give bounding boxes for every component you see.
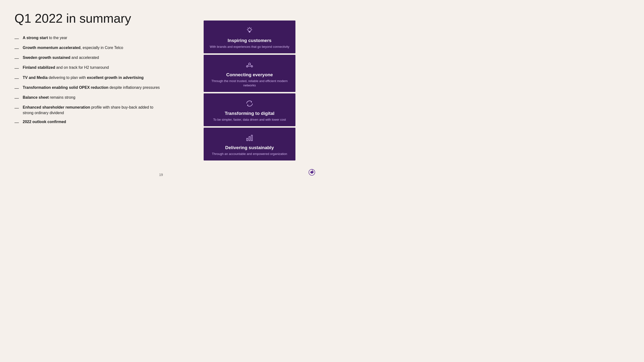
right-panel: Inspiring customers With brands and expe… — [177, 0, 322, 181]
svg-line-11 — [248, 65, 249, 66]
bullet-text: A strong start to the year — [23, 35, 67, 40]
bullet-dash: — — [14, 65, 19, 71]
cards-container: Inspiring customers With brands and expe… — [204, 20, 296, 161]
lightbulb-icon — [245, 26, 254, 35]
bullet-dash: — — [14, 85, 19, 91]
svg-point-8 — [248, 63, 250, 65]
card-delivering-sustainably-title: Delivering sustainably — [225, 145, 274, 150]
card-delivering-sustainably: Delivering sustainably Through an accoun… — [204, 128, 296, 160]
bullet-text: Finland stabilized and on track for H2 t… — [23, 65, 109, 70]
bullet-text: 2022 outlook confirmed — [23, 119, 66, 124]
bullet-dash: — — [14, 95, 19, 101]
card-inspiring-customers-title: Inspiring customers — [228, 38, 272, 43]
card-inspiring-customers-subtitle: With brands and experiences that go beyo… — [210, 45, 290, 49]
list-item: — Transformation enabling solid OPEX red… — [14, 85, 162, 91]
svg-line-2 — [251, 28, 252, 28]
svg-rect-13 — [247, 138, 248, 141]
list-item: — Sweden growth sustained and accelerate… — [14, 55, 162, 61]
card-transforming-digital-title: Transforming to digital — [225, 111, 274, 116]
card-transforming-digital-subtitle: To be simpler, faster, data driven and w… — [213, 117, 286, 122]
bullet-list: — A strong start to the year — Growth mo… — [14, 35, 162, 125]
page: Q1 2022 in summary — A strong start to t… — [0, 0, 322, 181]
svg-point-0 — [248, 28, 251, 31]
bullet-dash: — — [14, 119, 19, 125]
bullet-dash: — — [14, 45, 19, 51]
svg-point-10 — [251, 66, 253, 67]
svg-point-9 — [246, 66, 248, 67]
bullet-dash: — — [14, 35, 19, 41]
list-item: — Growth momentum accelerated, especiall… — [14, 45, 162, 51]
svg-rect-14 — [249, 137, 250, 141]
bullet-text: Balance sheet remains strong — [23, 95, 75, 100]
bullet-dash: — — [14, 55, 19, 61]
svg-rect-15 — [251, 135, 252, 141]
list-item: — A strong start to the year — [14, 35, 162, 41]
list-item: — Balance sheet remains strong — [14, 95, 162, 101]
page-title: Q1 2022 in summary — [14, 11, 162, 25]
list-item: — TV and Media delivering to plan with e… — [14, 75, 162, 81]
card-connecting-everyone-subtitle: Through the most trusted, reliable and e… — [208, 79, 290, 88]
list-item: — Finland stabilized and on track for H2… — [14, 65, 162, 71]
logo — [308, 168, 316, 178]
bullet-text: Growth momentum accelerated, especially … — [23, 45, 123, 50]
page-number: 19 — [159, 173, 163, 177]
card-delivering-sustainably-subtitle: Through an accountable and empowered org… — [212, 152, 287, 156]
svg-line-12 — [250, 65, 251, 66]
card-connecting-everyone-title: Connecting everyone — [226, 72, 273, 77]
list-item: — 2022 outlook confirmed — [14, 119, 162, 125]
bullet-text: Transformation enabling solid OPEX reduc… — [23, 85, 160, 90]
card-connecting-everyone: Connecting everyone Through the most tru… — [204, 55, 296, 92]
refresh-icon — [245, 99, 254, 108]
list-item: — Enhanced shareholder remuneration prof… — [14, 104, 162, 116]
bullet-dash: — — [14, 75, 19, 81]
bullet-text: Enhanced shareholder remuneration profil… — [23, 104, 162, 116]
svg-line-3 — [248, 28, 248, 28]
bullet-dash: — — [14, 105, 19, 111]
chart-icon — [245, 133, 254, 143]
left-panel: Q1 2022 in summary — A strong start to t… — [0, 0, 177, 181]
network-icon — [245, 60, 254, 70]
bullet-text: Sweden growth sustained and accelerated — [23, 55, 99, 60]
card-transforming-digital: Transforming to digital To be simpler, f… — [204, 93, 296, 126]
bullet-text: TV and Media delivering to plan with exc… — [23, 75, 144, 80]
card-inspiring-customers: Inspiring customers With brands and expe… — [204, 20, 296, 53]
